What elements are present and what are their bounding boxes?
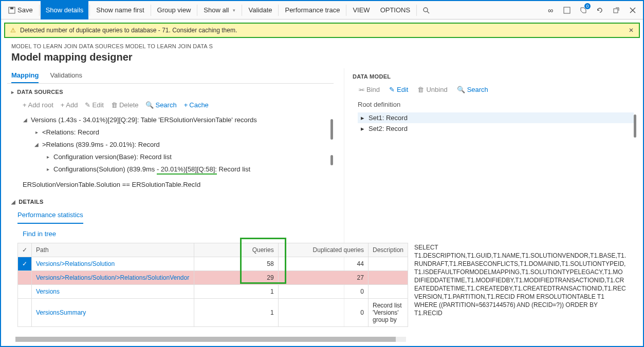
tab-validations[interactable]: Validations (50, 68, 82, 83)
edit-label: Edit (397, 86, 408, 93)
scrollbar-thumb[interactable] (15, 337, 396, 342)
tree-node-relations-out[interactable]: ◢>Relations (839.9ms - 20.01%): Record (23, 139, 330, 151)
col-dup[interactable]: Duplicated queries (278, 243, 368, 257)
show-all-button[interactable]: Show all▾ (198, 1, 241, 20)
dm-node-set1[interactable]: ▸Set1: Record (358, 112, 634, 123)
edit-button[interactable]: ✎Edit (85, 101, 103, 109)
tree-node-relations-in[interactable]: ▸<Relations: Record (23, 126, 330, 139)
warning-close-button[interactable]: ✕ (629, 27, 634, 34)
group-view-button[interactable]: Group view (152, 1, 196, 20)
plus-icon: + (184, 101, 188, 109)
table-row[interactable]: Versions/>Relations/Solution/>Relations/… (18, 271, 408, 285)
col-path[interactable]: Path (32, 243, 194, 257)
details-header[interactable]: ◢ DETAILS (7, 191, 334, 207)
cell-path[interactable]: VersionsSummary (32, 299, 194, 327)
chevron-right-icon: ▸ (45, 164, 50, 175)
search-icon: 🔍 (145, 101, 154, 109)
col-queries[interactable]: Queries (194, 243, 279, 257)
unbind-button[interactable]: 🗑Unbind (417, 86, 447, 93)
svg-line-3 (427, 11, 429, 13)
validate-button[interactable]: Validate (243, 1, 277, 20)
refresh-button[interactable] (592, 1, 608, 20)
row-check[interactable] (18, 271, 32, 285)
data-sources-tree: ◢Versions (1.43s - 34.01%)[29][Q:29]: Ta… (7, 114, 330, 176)
cache-button[interactable]: +Cache (184, 101, 209, 109)
performance-table: ✓ Path Queries Duplicated queries Descri… (17, 243, 408, 327)
tree-label: >Relations (839.9ms - 20.01%): Record (42, 139, 160, 150)
cell-desc (368, 257, 408, 271)
horizontal-scrollbar[interactable] (15, 337, 406, 342)
scrollbar[interactable] (634, 114, 636, 138)
chevron-right-icon: ▸ (361, 125, 364, 132)
save-icon (8, 7, 15, 14)
show-name-first-button[interactable]: Show name first (91, 1, 149, 20)
find-in-tree-link[interactable]: Find in tree (7, 224, 334, 243)
add-root-button[interactable]: +Add root (23, 101, 53, 109)
view-menu[interactable]: VIEW (347, 1, 375, 20)
chevron-right-icon: ▸ (361, 114, 364, 122)
add-button[interactable]: +Add (61, 101, 78, 109)
row-check[interactable] (18, 285, 32, 299)
svg-rect-1 (10, 7, 13, 9)
cell-path[interactable]: Versions/>Relations/Solution (32, 257, 194, 271)
link-icon-button[interactable]: ∞ (542, 1, 559, 20)
delete-button[interactable]: 🗑Delete (111, 101, 139, 109)
close-button[interactable] (624, 1, 641, 20)
notifications-button[interactable] (575, 1, 592, 20)
popout-button[interactable] (608, 1, 624, 20)
table-row[interactable]: ✓ Versions/>Relations/Solution 58 44 (18, 257, 408, 271)
options-menu[interactable]: OPTIONS (375, 1, 416, 20)
table-row[interactable]: Versions 1 0 (18, 285, 408, 299)
link-icon: ⫘ (358, 86, 364, 93)
plus-icon: + (61, 101, 65, 109)
caret-down-icon: ◢ (23, 114, 28, 126)
chevron-right-icon: ▸ (11, 89, 14, 95)
row-check[interactable] (18, 299, 32, 327)
dm-node-set2[interactable]: ▸Set2: Record (358, 123, 634, 134)
tabs: Mapping Validations (7, 68, 334, 84)
cache-label: Cache (189, 101, 209, 109)
tree-node-config-solution[interactable]: ▸ Configurations(Solution) (839.9ms - 20… (23, 163, 330, 176)
separator (278, 5, 279, 16)
cell-queries: 58 (194, 257, 279, 271)
cell-path[interactable]: Versions/>Relations/Solution/>Relations/… (32, 271, 194, 285)
search-icon: 🔍 (457, 86, 465, 93)
search-button[interactable] (418, 1, 434, 20)
cell-path[interactable]: Versions (32, 285, 194, 299)
show-name-first-label: Show name first (96, 6, 144, 14)
search-button[interactable]: 🔍Search (145, 101, 176, 109)
bind-label: Bind (366, 86, 380, 93)
office-icon (563, 7, 571, 14)
plus-icon: + (23, 101, 27, 109)
caret-down-icon: ◢ (11, 199, 15, 205)
performance-trace-button[interactable]: Performance trace (280, 1, 345, 20)
dm-label: Set2: Record (369, 125, 408, 132)
table-row[interactable]: VersionsSummary 1 0 Record list 'Version… (18, 299, 408, 327)
edit-button[interactable]: ✎Edit (389, 86, 408, 93)
show-details-button[interactable]: Show details (41, 1, 89, 20)
tree-label-text: Configurations(Solution) (839.9ms (53, 165, 155, 173)
data-sources-header[interactable]: ▸ DATA SOURCES (7, 84, 334, 98)
col-desc[interactable]: Description (368, 243, 408, 257)
tree-label: Configurations(Solution) (839.9ms - 20.0… (53, 164, 250, 175)
separator (89, 5, 90, 16)
tree-node-config-version[interactable]: ▸Configuration version(Base): Record lis… (23, 151, 330, 163)
add-root-label: Add root (28, 101, 53, 109)
row-check[interactable]: ✓ (18, 257, 32, 271)
data-model-header: DATA MODEL (353, 68, 637, 83)
separator (39, 5, 40, 16)
caret-down-icon: ◢ (34, 139, 39, 150)
select-all-checkbox[interactable]: ✓ (18, 243, 32, 257)
search-button[interactable]: 🔍Search (457, 86, 488, 93)
tab-mapping[interactable]: Mapping (11, 68, 39, 83)
perf-stats-tab[interactable]: Performance statistics (17, 207, 83, 224)
save-button[interactable]: Save (3, 1, 38, 20)
scrollbar[interactable] (330, 119, 333, 140)
bind-button[interactable]: ⫘Bind (358, 86, 380, 93)
refresh-icon (596, 7, 603, 14)
tree-node-versions[interactable]: ◢Versions (1.43s - 34.01%)[29][Q:29]: Ta… (23, 114, 330, 126)
office-icon-button[interactable] (559, 1, 575, 20)
cell-desc: Record list 'Versions' group by (368, 299, 408, 327)
scrollbar[interactable] (330, 155, 333, 165)
tag-icon (580, 7, 587, 14)
